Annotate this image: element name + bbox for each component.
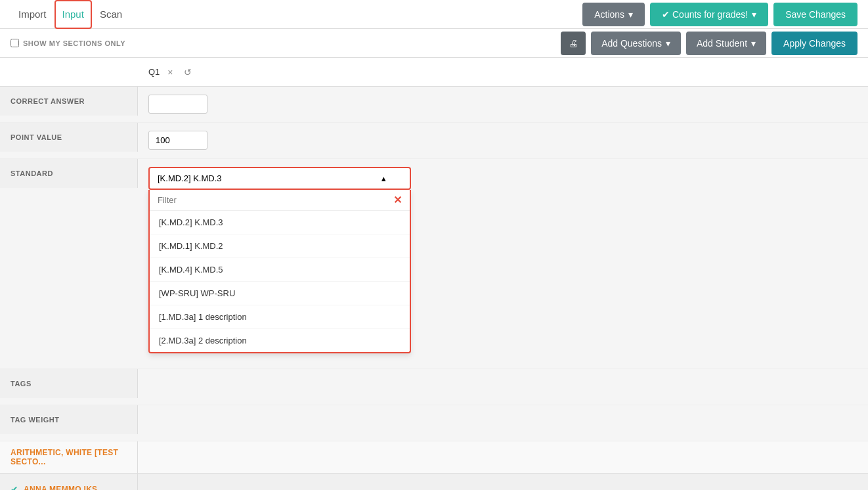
tag-weight-row: TAG WEIGHT [0, 405, 868, 441]
filter-clear-button[interactable]: ✕ [393, 194, 402, 206]
point-value-input[interactable] [148, 131, 207, 150]
point-value-label: POINT VALUE [0, 123, 138, 152]
standard-chevron-up-icon [381, 173, 386, 183]
point-value-row: POINT VALUE [0, 123, 868, 159]
top-nav: Import Input Scan Actions ▾ ✔ Counts for… [0, 0, 868, 29]
standard-option-0[interactable]: [K.MD.2] K.MD.3 [150, 211, 410, 234]
correct-answer-row: CORRECT ANSWER [0, 87, 868, 123]
question-label: Q1 [148, 67, 160, 77]
student-left-1: ✔ ANNA MEMMO IKS ... [0, 474, 138, 490]
student-left-0: Arithmetic, White [Test Secto... [0, 441, 138, 473]
standard-content: [K.MD.2] K.MD.3 ✕ [K.MD.2] K.MD.3 [K.MD.… [138, 159, 868, 198]
tag-weight-content [138, 405, 868, 421]
print-button[interactable]: 🖨 [561, 32, 586, 55]
counts-button[interactable]: ✔ Counts for grades! ▾ [650, 3, 768, 26]
add-student-button[interactable]: Add Student ▾ [686, 32, 766, 55]
input-link[interactable]: Input [54, 0, 92, 29]
show-sections-label[interactable]: SHOW MY SECTIONS ONLY [11, 39, 125, 47]
actions-chevron-icon: ▾ [628, 9, 633, 20]
show-sections-checkbox[interactable] [11, 39, 19, 47]
counts-chevron-icon: ▾ [752, 9, 756, 20]
standard-option-2[interactable]: [K.MD.4] K.MD.5 [150, 258, 410, 282]
correct-answer-label: CORRECT ANSWER [0, 87, 138, 116]
standard-option-1[interactable]: [K.MD.1] K.MD.2 [150, 234, 410, 258]
student-row-0: Arithmetic, White [Test Secto... [0, 441, 868, 474]
correct-answer-content [138, 87, 868, 122]
standard-row: STANDARD [K.MD.2] K.MD.3 ✕ [ [0, 159, 868, 369]
tags-content [138, 369, 868, 385]
apply-button[interactable]: Apply Changes [771, 32, 857, 55]
save-button[interactable]: Save Changes [773, 3, 857, 26]
standard-option-3[interactable]: [WP-SRU] WP-SRU [150, 282, 410, 305]
second-toolbar: SHOW MY SECTIONS ONLY 🖨 Add Questions ▾ … [0, 29, 868, 58]
tags-row: TAGS [0, 369, 868, 405]
student-check-1: ✔ [11, 484, 18, 490]
student-content-1 [138, 483, 868, 490]
standard-dropdown-menu: ✕ [K.MD.2] K.MD.3 [K.MD.1] K.MD.2 [K.MD.… [148, 190, 411, 353]
standard-option-4[interactable]: [1.MD.3a] 1 description [150, 305, 410, 329]
add-student-chevron-icon: ▾ [751, 38, 756, 49]
standard-selected[interactable]: [K.MD.2] K.MD.3 [148, 167, 411, 190]
question-close-button[interactable]: × [165, 66, 175, 79]
main-layout: Q1 × ↺ CORRECT ANSWER POINT VALUE STANDA… [0, 58, 868, 490]
filter-input[interactable] [158, 195, 388, 205]
tag-weight-label: TAG WEIGHT [0, 405, 138, 434]
add-questions-button[interactable]: Add Questions ▾ [591, 32, 681, 55]
standard-label: STANDARD [0, 159, 138, 188]
standard-option-5[interactable]: [2.MD.3a] 2 description [150, 329, 410, 352]
print-icon: 🖨 [569, 38, 578, 49]
add-questions-chevron-icon: ▾ [666, 38, 670, 49]
student-name-1: ANNA MEMMO IKS ... [24, 485, 107, 490]
question-header-row: Q1 × ↺ [0, 58, 868, 87]
student-row-1: ✔ ANNA MEMMO IKS ... [0, 474, 868, 490]
question-reset-button[interactable]: ↺ [181, 66, 194, 79]
student-name-0: Arithmetic, White [Test Secto... [11, 448, 127, 466]
import-link[interactable]: Import [11, 0, 54, 29]
tags-label: TAGS [0, 369, 138, 398]
filter-row: ✕ [150, 190, 410, 211]
point-value-content [138, 123, 868, 158]
correct-answer-input[interactable] [148, 95, 207, 114]
student-content-0 [138, 451, 868, 464]
actions-button[interactable]: Actions ▾ [582, 3, 645, 26]
standard-dropdown-wrapper: [K.MD.2] K.MD.3 ✕ [K.MD.2] K.MD.3 [K.MD.… [148, 167, 411, 190]
scan-link[interactable]: Scan [92, 0, 130, 29]
